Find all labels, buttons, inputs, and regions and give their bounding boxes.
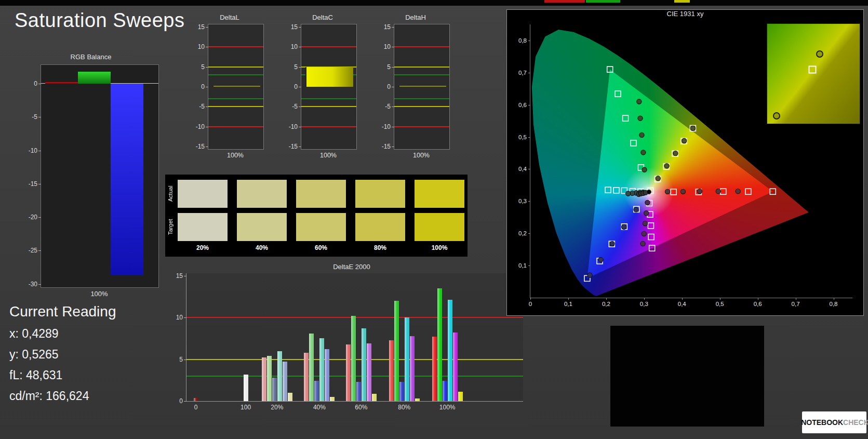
target-marker xyxy=(623,115,629,121)
delta-e-bar xyxy=(389,340,394,401)
reference-line xyxy=(394,126,449,127)
color-swatch xyxy=(415,180,464,208)
reference-line xyxy=(394,46,449,47)
measured-marker xyxy=(680,189,685,194)
measured-marker xyxy=(637,99,642,104)
white-point-marker xyxy=(647,190,651,194)
y-tick-mark xyxy=(392,147,394,147)
y-tick-label: -10 xyxy=(196,123,205,130)
y-tick-label: 5 xyxy=(294,63,298,71)
measured-marker xyxy=(639,132,644,137)
y-tick-mark xyxy=(528,233,530,234)
measured-marker xyxy=(645,200,650,205)
y-tick-label: 0 xyxy=(201,83,205,90)
measured-marker xyxy=(638,116,643,121)
chart-title: DeltaC xyxy=(286,14,359,21)
x-tick-label: 100% xyxy=(439,404,456,411)
y-tick-label: -15 xyxy=(196,143,205,150)
target-marker xyxy=(671,189,676,195)
y-tick-label: -30 xyxy=(29,281,37,288)
x-tick-label: 0,5 xyxy=(716,301,724,307)
x-tick-label: 0,6 xyxy=(754,301,762,307)
x-tick-label: 20% xyxy=(271,404,283,411)
delta-e-bar xyxy=(309,334,314,401)
y-tick-mark xyxy=(528,137,530,138)
target-marker xyxy=(631,140,636,146)
delta-e-bar xyxy=(272,378,277,401)
reference-line xyxy=(394,66,449,68)
logo-text-notebook: NOTEBOOK xyxy=(801,418,843,427)
delta-e-bar xyxy=(410,336,415,401)
delta-e-bar xyxy=(346,344,351,401)
measured-marker xyxy=(587,273,592,277)
reference-line xyxy=(394,74,449,75)
color-swatch xyxy=(237,213,287,241)
target-marker xyxy=(770,189,776,194)
delta-e-bar xyxy=(453,332,458,401)
y-tick-label: 15 xyxy=(291,23,298,31)
y-tick-label: 0,5 xyxy=(518,134,527,140)
reading-value: x: 0,4289 xyxy=(9,327,116,341)
y-tick-label: -10 xyxy=(289,123,298,130)
tab-fragment[interactable] xyxy=(674,0,690,3)
delta-bar xyxy=(212,86,260,87)
saturation-swatch-table: Actual Target 20%40%60%80%100% xyxy=(165,175,468,257)
rgb-bar-red xyxy=(45,82,78,84)
y-tick-mark xyxy=(528,265,530,266)
y-tick-label: 0 xyxy=(179,397,183,405)
chart-title: CIE 1931 xy xyxy=(507,10,863,18)
row-label-actual: Actual xyxy=(167,180,175,208)
y-tick-label: 15 xyxy=(176,272,183,280)
tab-fragment[interactable] xyxy=(544,0,585,3)
y-tick-label: 0 xyxy=(387,83,391,90)
y-tick-label: 0,4 xyxy=(518,166,527,172)
chart-title: DeltaH xyxy=(379,14,452,21)
chart-title: RGB Balance xyxy=(22,53,160,61)
reference-line xyxy=(301,98,356,99)
delta-e-bar xyxy=(437,288,442,401)
x-tick-mark xyxy=(644,298,645,300)
measured-marker xyxy=(644,211,649,216)
y-tick-label: 5 xyxy=(201,63,205,71)
x-tick-label: 0 xyxy=(194,404,198,411)
delta-e-bar xyxy=(367,343,371,401)
delta-e-bar xyxy=(356,382,361,401)
y-tick-label: -5 xyxy=(32,113,37,121)
x-tick-mark xyxy=(682,298,683,300)
delta-e-bar xyxy=(283,362,287,401)
reference-line xyxy=(208,98,263,99)
y-tick-mark xyxy=(528,169,530,169)
saturation-level-label: 60% xyxy=(296,244,346,251)
x-tick-mark xyxy=(758,298,758,300)
measured-marker xyxy=(690,126,695,130)
top-bar xyxy=(0,0,868,6)
reference-line xyxy=(394,106,449,107)
y-tick-mark xyxy=(38,117,41,117)
x-tick-label: 0,8 xyxy=(830,301,838,307)
y-tick-label: 15 xyxy=(384,23,391,31)
current-reading-panel: Current Reading x: 0,4289y: 0,5265fL: 48… xyxy=(9,303,116,403)
x-tick-label: 0,3 xyxy=(640,301,648,307)
y-tick-label: 15 xyxy=(198,23,205,31)
color-swatch xyxy=(296,213,346,241)
target-marker xyxy=(613,188,619,193)
measured-marker xyxy=(665,189,670,194)
tab-fragment[interactable] xyxy=(586,0,620,3)
saturation-level-labels: 20%40%60%80%100% xyxy=(178,244,464,251)
delta-e-2000-chart: DeltaE 2000 051015010020%40%60%80%100% xyxy=(172,263,531,415)
reference-line xyxy=(208,74,263,75)
measured-marker xyxy=(736,189,740,194)
target-marker xyxy=(648,223,653,229)
y-tick-mark xyxy=(38,217,41,218)
target-marker xyxy=(615,91,621,97)
rgb-balance-chart: RGB Balance 0-5-10-15-20-25-30 100% xyxy=(22,53,160,303)
y-tick-mark xyxy=(206,147,208,147)
y-tick-mark xyxy=(206,87,208,87)
x-tick-mark xyxy=(530,298,531,300)
measured-marker xyxy=(641,150,646,155)
delta-e-bar xyxy=(325,349,329,401)
delta-e-bar xyxy=(194,398,198,401)
target-marker xyxy=(605,187,611,193)
y-tick-label: 0,7 xyxy=(518,70,527,76)
y-tick-label: -5 xyxy=(292,103,298,110)
